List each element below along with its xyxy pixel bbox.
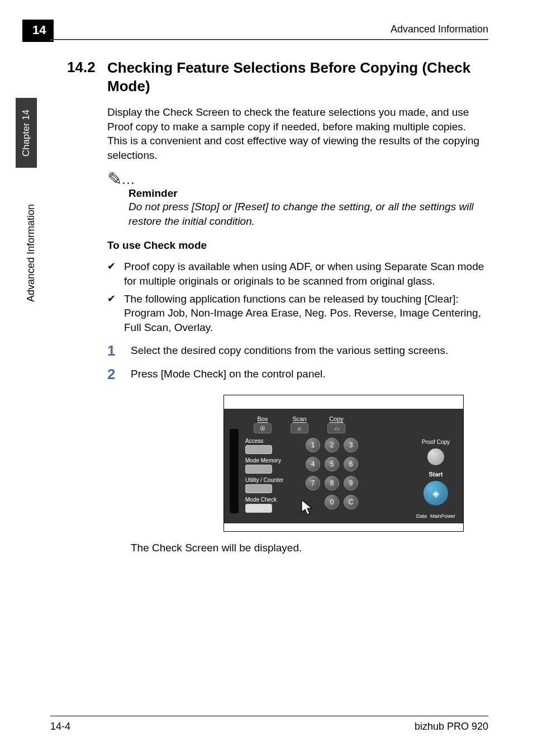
intro-paragraph: Display the Check Screen to check the fe… [107,105,488,163]
screen-edge [230,429,239,513]
key-7[interactable]: 7 [306,476,320,490]
scan-icon[interactable]: ⎚ [291,423,308,433]
reminder-label: Reminder [129,187,488,200]
step-item: 1 Select the desired copy conditions fro… [107,343,488,358]
key-3[interactable]: 3 [344,438,358,452]
key-6[interactable]: 6 [344,457,358,471]
key-4[interactable]: 4 [306,457,320,471]
reminder-icon: ✎... [107,173,488,185]
step-text: Select the desired copy conditions from … [131,343,448,358]
key-2[interactable]: 2 [325,438,339,452]
check-item: Proof copy is available when using ADF, … [107,259,488,288]
step-item: 2 Press [Mode Check] on the control pane… [107,367,488,381]
steps-list: 1 Select the desired copy conditions fro… [107,343,488,381]
section-title: Checking Feature Selections Before Copyi… [107,59,488,95]
header-rule [50,39,488,40]
check-item: The following application functions can … [107,292,488,335]
checklist: Proof copy is available when using ADF, … [107,259,488,334]
mode-check-button[interactable] [245,504,272,513]
proof-copy-button[interactable] [427,448,444,465]
header-title: Advanced Information [391,23,488,35]
data-indicator: Data [416,513,427,519]
start-button[interactable]: ◈ [423,481,448,505]
access-label: Access [245,438,297,444]
key-5[interactable]: 5 [325,457,339,471]
main-power-indicator: MainPower [430,513,455,519]
page-number: 14-4 [50,721,70,733]
tab-scan[interactable]: Scan [289,415,310,422]
key-c[interactable]: C [344,495,358,509]
section-number: 14.2 [67,59,107,76]
step-number: 1 [107,343,131,358]
mode-memory-button[interactable] [245,465,272,474]
mode-memory-label: Mode Memory [245,457,297,464]
box-icon[interactable]: ⦿ [254,423,272,433]
copy-icon[interactable]: ▭ [327,423,345,433]
start-label: Start [429,471,442,478]
proof-copy-label: Proof Copy [422,439,450,445]
control-panel-figure: Box ⦿ Scan ⎚ Copy ▭ [223,395,464,532]
step-text: Press [Mode Check] on the control panel. [131,367,326,381]
step-number: 2 [107,367,131,381]
cursor-icon [299,499,315,516]
side-chapter-label: Chapter 14 [21,109,32,156]
key-0[interactable]: 0 [325,495,339,509]
side-vertical-label: Advanced Information [25,204,37,302]
page-footer: 14-4 bizhub PRO 920 [50,716,488,733]
product-name: bizhub PRO 920 [415,721,488,733]
tab-copy[interactable]: Copy [326,415,347,422]
key-8[interactable]: 8 [325,476,339,490]
access-button[interactable] [245,445,272,454]
utility-counter-button[interactable] [245,484,272,493]
chapter-tab: 14 [22,20,54,42]
side-chapter-tab: Chapter 14 [16,98,37,168]
result-text: The Check Screen will be displayed. [131,542,488,554]
reminder-body: Do not press [Stop] or [Reset] to change… [129,200,488,228]
utility-counter-label: Utility / Counter [245,477,297,483]
subheading: To use Check mode [107,239,488,252]
key-1[interactable]: 1 [306,438,320,452]
tab-box[interactable]: Box [252,415,273,422]
mode-check-label: Mode Check [245,497,297,503]
key-9[interactable]: 9 [344,476,358,490]
